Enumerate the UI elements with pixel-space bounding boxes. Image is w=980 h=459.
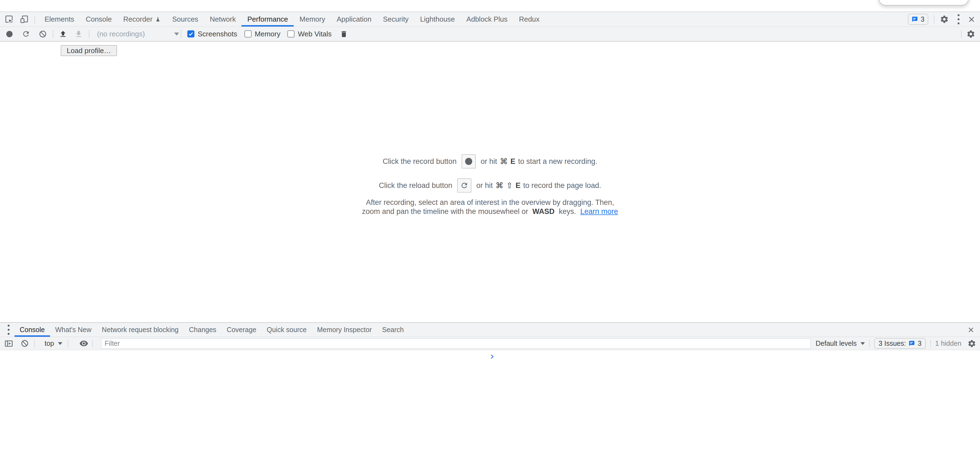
tab-memory[interactable]: Memory <box>294 12 331 27</box>
devtools-window: Elements Console Recorder Sources Networ… <box>0 0 980 459</box>
main-tabbar: Elements Console Recorder Sources Networ… <box>0 12 980 27</box>
divider <box>92 340 93 347</box>
settings-gear-icon[interactable] <box>940 15 949 24</box>
console-prompt-chevron-icon <box>0 350 980 359</box>
tab-security[interactable]: Security <box>377 12 414 27</box>
divider <box>53 30 53 38</box>
collect-garbage-icon[interactable] <box>340 30 348 38</box>
memory-checkbox[interactable] <box>245 30 251 37</box>
hint-line-2: zoom and pan the timeline with the mouse… <box>361 207 619 216</box>
e-key-glyph: E <box>515 182 520 190</box>
console-toolbar: top Default levels 3 Issues: 3 1 hidden <box>0 337 980 350</box>
issues-bubble-icon <box>908 340 915 347</box>
memory-checkbox-label[interactable]: Memory <box>255 30 280 38</box>
more-options-icon[interactable] <box>956 13 961 26</box>
console-sidebar-icon[interactable] <box>5 339 13 348</box>
web-vitals-checkbox-label[interactable]: Web Vitals <box>298 30 331 38</box>
clear-console-icon[interactable] <box>21 339 29 347</box>
drawer-tab-console[interactable]: Console <box>14 323 50 337</box>
load-profile-icon[interactable] <box>59 30 67 38</box>
tab-application[interactable]: Application <box>331 12 377 27</box>
drawer-tabbar: Console What's New Network request block… <box>0 323 980 337</box>
learn-more-link[interactable]: Learn more <box>580 207 618 216</box>
console-settings-gear-icon[interactable] <box>967 339 976 348</box>
drawer-more-tools-icon[interactable] <box>6 323 11 336</box>
reload-and-record-icon[interactable] <box>22 30 30 38</box>
close-devtools-icon[interactable] <box>968 16 975 23</box>
save-profile-icon[interactable] <box>75 30 83 38</box>
reload-instruction-line: Click the reload button or hit ⌘ ⇧ E to … <box>377 178 602 193</box>
drawer-tab-memory-inspector[interactable]: Memory Inspector <box>312 323 377 337</box>
e-key-glyph: E <box>511 157 515 166</box>
dropdown-caret-icon <box>861 342 865 345</box>
divider <box>34 340 35 347</box>
record-button[interactable] <box>6 31 13 37</box>
screenshots-checkbox[interactable] <box>187 30 194 37</box>
divider <box>181 30 181 38</box>
drawer-tab-quick-source[interactable]: Quick source <box>262 323 312 337</box>
issues-bubble-icon <box>912 16 918 22</box>
web-vitals-checkbox[interactable] <box>287 30 294 37</box>
tab-recorder[interactable]: Recorder <box>118 12 167 27</box>
log-levels-dropdown[interactable]: Default levels <box>816 339 865 347</box>
device-toolbar-icon[interactable] <box>20 15 29 24</box>
tab-adblock-plus[interactable]: Adblock Plus <box>461 12 513 27</box>
divider <box>869 340 870 347</box>
divider <box>930 340 931 347</box>
close-drawer-icon[interactable] <box>967 326 975 333</box>
tabbar-right-controls: 3 <box>908 13 980 26</box>
hint-line-1: After recording, select an area of inter… <box>361 198 619 207</box>
drawer-tab-changes[interactable]: Changes <box>184 323 221 337</box>
wasd-keys-label: WASD <box>532 207 555 216</box>
drawer-tab-search[interactable]: Search <box>377 323 409 337</box>
recordings-dropdown-label: (no recordings) <box>97 30 145 38</box>
top-strip <box>0 0 980 12</box>
browser-popup-remnant <box>878 0 969 5</box>
shift-key-glyph: ⇧ <box>506 181 513 190</box>
issues-counter-button[interactable]: 3 <box>908 14 928 25</box>
console-prompt-area[interactable] <box>0 350 980 457</box>
tab-lighthouse[interactable]: Lighthouse <box>414 12 460 27</box>
tab-sources[interactable]: Sources <box>167 12 204 27</box>
performance-empty-state: Click the record button or hit ⌘ E to st… <box>0 154 980 216</box>
record-button-illustration <box>461 154 476 169</box>
drawer-tab-whats-new[interactable]: What's New <box>50 323 97 337</box>
capture-settings-gear-icon[interactable] <box>966 30 975 38</box>
performance-toolbar: (no recordings) Screenshots Memory Web V… <box>0 27 980 41</box>
drawer-tabs: Console What's New Network request block… <box>14 323 409 337</box>
clear-recording-icon[interactable] <box>39 30 47 38</box>
divider <box>89 30 89 38</box>
recordings-dropdown[interactable]: (no recordings) <box>97 30 179 38</box>
cmd-key-glyph: ⌘ <box>500 157 508 166</box>
performance-panel-content: Load profile… Click the record button or… <box>0 41 980 322</box>
panel-tabs: Elements Console Recorder Sources Networ… <box>39 12 545 27</box>
tab-console[interactable]: Console <box>80 12 117 27</box>
tab-redux[interactable]: Redux <box>513 12 545 27</box>
drawer-tab-network-request-blocking[interactable]: Network request blocking <box>97 323 184 337</box>
console-filter-input[interactable] <box>101 338 811 349</box>
flask-icon <box>155 16 161 22</box>
divider <box>68 340 68 347</box>
hidden-messages-label: 1 hidden <box>935 339 961 347</box>
dropdown-caret-icon <box>174 33 179 35</box>
usage-hint: After recording, select an area of inter… <box>361 198 619 216</box>
screenshots-checkbox-label[interactable]: Screenshots <box>198 30 237 38</box>
javascript-context-dropdown[interactable]: top <box>45 339 62 347</box>
issues-count: 3 <box>921 15 924 23</box>
drawer-tab-coverage[interactable]: Coverage <box>221 323 261 337</box>
live-expression-eye-icon[interactable] <box>79 339 88 348</box>
console-issues-button[interactable]: 3 Issues: 3 <box>874 338 926 349</box>
divider <box>35 15 35 24</box>
tab-network[interactable]: Network <box>204 12 242 27</box>
load-profile-tooltip: Load profile… <box>61 45 117 56</box>
divider <box>961 30 962 38</box>
dropdown-caret-icon <box>58 342 62 345</box>
tab-performance[interactable]: Performance <box>242 12 294 27</box>
divider <box>934 15 934 24</box>
cmd-key-glyph: ⌘ <box>495 181 503 190</box>
tab-elements[interactable]: Elements <box>39 12 80 27</box>
inspect-element-icon[interactable] <box>5 15 13 24</box>
record-instruction-line: Click the record button or hit ⌘ E to st… <box>382 154 599 169</box>
reload-button-illustration <box>457 178 471 193</box>
